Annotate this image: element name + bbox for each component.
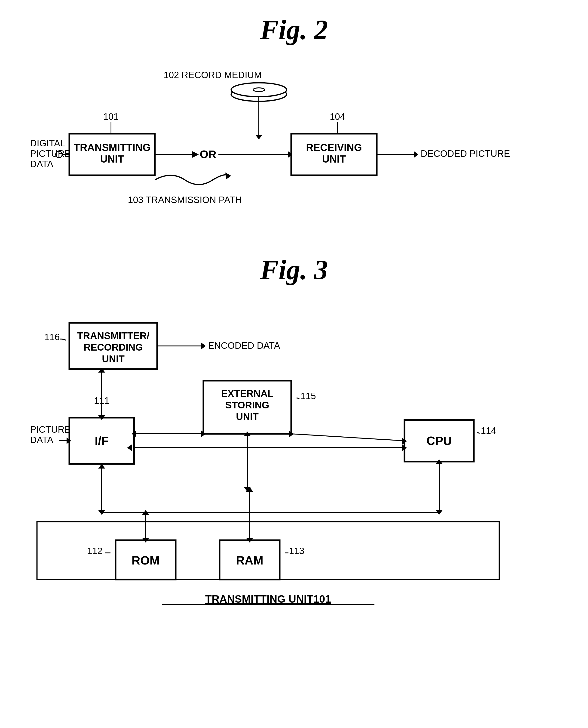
svg-text:DATA: DATA xyxy=(30,435,54,445)
fig3-title: Fig. 3 xyxy=(23,254,565,286)
svg-text:104: 104 xyxy=(330,112,345,122)
fig2-title: Fig. 2 xyxy=(23,14,565,46)
record-medium-label: 102 RECORD MEDIUM xyxy=(164,70,262,80)
svg-marker-21 xyxy=(192,151,199,158)
svg-text:UNIT: UNIT xyxy=(322,153,346,165)
svg-text:PICTURE: PICTURE xyxy=(30,148,71,159)
svg-text:DATA: DATA xyxy=(30,159,54,169)
svg-marker-28 xyxy=(414,151,418,158)
svg-text:OR: OR xyxy=(200,148,216,161)
svg-text:RECEIVING: RECEIVING xyxy=(306,142,362,153)
svg-marker-36 xyxy=(201,343,206,349)
svg-text:PICTURE: PICTURE xyxy=(30,424,71,434)
svg-text:DIGITAL: DIGITAL xyxy=(30,138,65,148)
svg-text:I/F: I/F xyxy=(95,434,109,447)
svg-point-1 xyxy=(231,83,287,97)
page: Fig. 2 102 RECORD MEDIUM 101 104 TRANSMI… xyxy=(0,0,588,728)
svg-text:TRANSMITTING: TRANSMITTING xyxy=(74,142,150,153)
svg-text:101: 101 xyxy=(103,112,119,122)
svg-text:113: 113 xyxy=(289,546,304,556)
svg-text:TRANSMITTING UNIT101: TRANSMITTING UNIT101 xyxy=(205,593,331,605)
svg-text:DECODED PICTURE: DECODED PICTURE xyxy=(421,148,510,159)
svg-text:CPU: CPU xyxy=(426,434,452,447)
svg-text:TRANSMITTER/: TRANSMITTER/ xyxy=(77,330,150,341)
svg-text:RAM: RAM xyxy=(236,554,263,567)
svg-text:ENCODED DATA: ENCODED DATA xyxy=(208,340,280,350)
svg-text:115: 115 xyxy=(300,391,316,401)
svg-text:UNIT: UNIT xyxy=(102,353,125,364)
svg-text:UNIT: UNIT xyxy=(236,411,259,422)
svg-marker-4 xyxy=(255,135,262,139)
svg-text:112: 112 xyxy=(87,546,103,556)
svg-text:114: 114 xyxy=(481,426,496,436)
svg-text:103 TRANSMISSION PATH: 103 TRANSMISSION PATH xyxy=(128,195,242,205)
svg-text:UNIT: UNIT xyxy=(100,153,124,165)
fig3-section: Fig. 3 TRANSMITTER/ RECORDING UNIT 116 E… xyxy=(23,254,565,651)
fig2-diagram: 102 RECORD MEDIUM 101 104 TRANSMITTING U… xyxy=(23,64,565,226)
svg-text:ROM: ROM xyxy=(131,554,160,567)
svg-text:EXTERNAL: EXTERNAL xyxy=(221,388,273,399)
svg-line-60 xyxy=(291,434,404,441)
fig3-diagram: TRANSMITTER/ RECORDING UNIT 116 ENCODED … xyxy=(23,304,565,651)
svg-text:116: 116 xyxy=(44,332,60,342)
svg-text:RECORDING: RECORDING xyxy=(84,342,143,353)
svg-text:STORING: STORING xyxy=(225,400,270,410)
svg-marker-25 xyxy=(225,173,231,179)
